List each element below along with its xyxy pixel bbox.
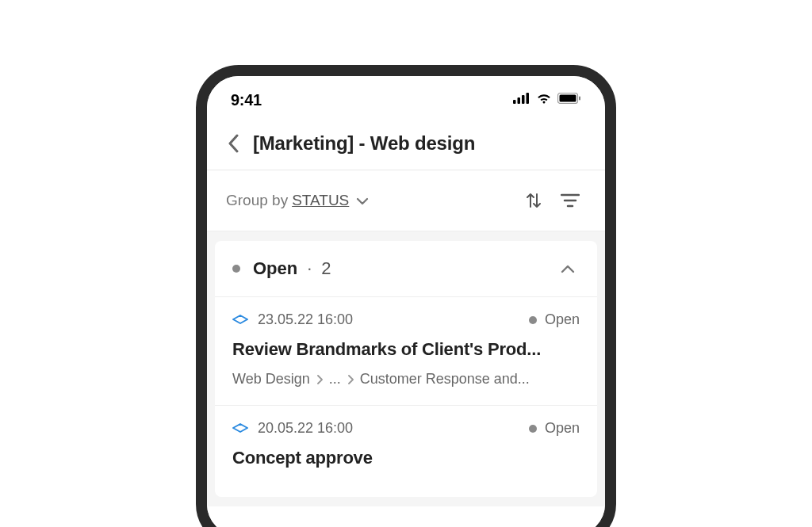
status-time: 9:41 [231,91,262,109]
svg-rect-3 [527,93,530,104]
chevron-up-icon [561,265,575,273]
filter-icon [561,193,580,208]
task-title: Review Brandmarks of Client's Prod... [232,339,580,360]
status-bar: 9:41 [207,76,605,117]
group-by-selector[interactable]: Group by STATUS [226,192,369,209]
header: [Marketing] - Web design [207,117,605,170]
task-datetime: 20.05.22 16:00 [258,420,353,437]
svg-rect-5 [560,95,576,102]
phone-screen: 9:41 [207,76,605,527]
task-status: Open [529,420,580,437]
group-by-value: STATUS [292,192,349,209]
task-type-icon [232,313,248,327]
svg-rect-1 [518,97,521,104]
cellular-icon [513,93,530,107]
group-count: 2 [321,258,331,279]
sort-button[interactable] [518,185,550,216]
filter-button[interactable] [554,185,586,216]
wifi-icon [536,93,552,108]
group-by-label: Group by [226,192,288,209]
chevron-left-icon [228,134,239,153]
task-title: Concept approve [232,448,580,468]
status-dot-icon [529,316,537,324]
chevron-right-icon [347,375,354,384]
task-meta-row: 20.05.22 16:00 Open [232,420,580,437]
content-area: Open · 2 [207,231,605,506]
chevron-down-icon [356,192,369,209]
toolbar: Group by STATUS [207,170,605,231]
group-name: Open [253,258,297,279]
sort-icon [525,192,542,209]
task-status-label: Open [545,311,580,328]
task-datetime: 23.05.22 16:00 [258,311,353,328]
phone-frame: 9:41 [196,65,616,527]
status-dot-icon [529,425,537,433]
status-dot-icon [232,265,240,273]
svg-rect-2 [522,95,525,104]
task-item[interactable]: 20.05.22 16:00 Open Concept approve [215,406,597,497]
collapse-button[interactable] [556,257,580,281]
back-button[interactable] [221,132,245,155]
svg-rect-0 [513,100,516,104]
breadcrumb-item: Web Design [232,371,310,388]
group-card: Open · 2 [215,241,597,497]
svg-rect-6 [579,97,580,101]
task-status-label: Open [545,420,580,437]
group-header[interactable]: Open · 2 [215,241,597,297]
page-title: [Marketing] - Web design [253,132,475,155]
group-separator: · [307,258,312,279]
chevron-right-icon [316,375,323,384]
task-item[interactable]: 23.05.22 16:00 Open Review Brandmarks of… [215,297,597,406]
task-status: Open [529,311,580,328]
battery-icon [557,93,581,107]
task-meta-row: 23.05.22 16:00 Open [232,311,580,328]
breadcrumb: Web Design ... Customer Response and... [232,371,580,388]
breadcrumb-item: ... [329,371,341,388]
breadcrumb-item: Customer Response and... [360,371,530,388]
task-type-icon [232,422,248,436]
status-icons [513,93,581,108]
